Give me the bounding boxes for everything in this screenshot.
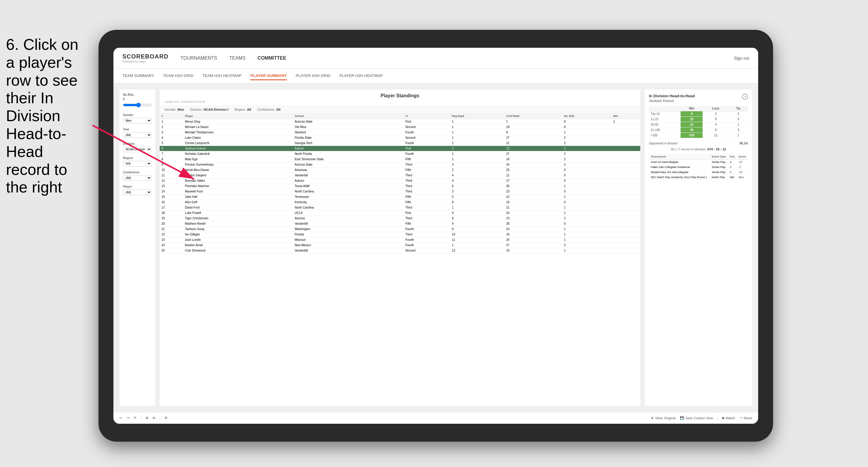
cell-reg: 8 [450, 199, 504, 205]
conference-select[interactable]: (All) [123, 175, 152, 181]
h2h-close-button[interactable]: ✕ [742, 94, 748, 100]
no-rds-slider[interactable] [123, 103, 152, 107]
h2h-cell-rank: 11-25 [649, 117, 681, 122]
table-row[interactable]: 21 Taehoon Song Washington Fourth 8 23 1 [160, 226, 640, 232]
cell-win [611, 130, 640, 135]
subnav-player-h2h-grid[interactable]: PLAYER H2H GRID [296, 72, 331, 80]
no-rds-label: No Rds. [123, 93, 152, 96]
cell-school: Florida [293, 232, 404, 237]
table-row[interactable]: 23 Jack Lundin Missouri Fourth 11 24 1 [160, 237, 640, 243]
subnav-player-h2h-heatmap[interactable]: PLAYER H2H HEATMAP [339, 72, 383, 80]
col-reg-rank: Reg Rank [450, 114, 504, 119]
cell-school: Arizona State [293, 162, 404, 167]
gender-select[interactable]: Men [123, 118, 152, 124]
table-row[interactable]: 4 Luke Claton Florida State Second 1 27 … [160, 135, 640, 141]
division-filter: Division NCAA Division I [123, 142, 152, 152]
cell-rds: 0 [562, 178, 612, 184]
cell-reg: 8 [450, 216, 504, 221]
watch-btn[interactable]: ▶ Watch [722, 416, 735, 420]
tourn-cell-name: Fallen Oak Collegiate Invitational [649, 165, 710, 170]
table-row[interactable]: 5 Christo Lamprecht Georgia Tech Fourth … [160, 141, 640, 146]
no-rds-value: 6 [123, 98, 152, 101]
cell-num: 22 [160, 232, 183, 237]
eye-icon: 👁 [651, 416, 654, 420]
cell-reg: 1 [450, 124, 504, 130]
redo-btn[interactable]: ↪ [127, 416, 129, 420]
table-row[interactable]: 2 Michael La Sasso Ole Miss Second 1 18 … [160, 124, 640, 130]
h2h-header: In Division Head-to-Head Jackson Koivun … [649, 94, 748, 103]
region-select[interactable]: N/A [123, 161, 152, 166]
cell-num: 17 [160, 205, 183, 210]
table-row[interactable]: 19 Tiger Christensen Arizona Third 8 23 … [160, 216, 640, 221]
table-row[interactable]: 14 Maxwell Ford North Carolina Third 3 2… [160, 189, 640, 194]
division-select[interactable]: NCAA Division I [123, 147, 152, 152]
cell-yr: Fifth [404, 194, 450, 199]
table-row[interactable]: 12 Brendan Valles Auburn Third 4 27 0 [160, 178, 640, 184]
cell-conf: 23 [504, 189, 562, 194]
table-row[interactable]: 15 Jake Hall Tennessee Fifth 5 22 1 [160, 194, 640, 199]
cell-conf: 18 [504, 124, 562, 130]
sign-out-link[interactable]: Sign out [734, 56, 749, 61]
cell-reg: 1 [450, 135, 504, 141]
region-filter: Region N/A [123, 156, 152, 166]
table-row[interactable]: 1 Wenyi Ding Arizona State First 1 1 8 1 [160, 119, 640, 124]
nav-teams[interactable]: TEAMS [229, 54, 246, 62]
paste-btn[interactable]: ⧉ [153, 416, 155, 420]
cell-player: Alex Goff [183, 199, 293, 205]
subnav-team-h2h-grid[interactable]: TEAM H2H GRID [163, 72, 193, 80]
table-row[interactable]: 17 David Ford North Carolina Third 1 21 … [160, 205, 640, 210]
cell-school: New Mexico [293, 243, 404, 248]
table-row[interactable]: 24 Bastien Amat New Mexico Fourth 1 27 2 [160, 243, 640, 248]
table-row[interactable]: 6 Jackson Koivun Auburn First 1 22 1 [160, 146, 640, 151]
subnav-team-h2h-heatmap[interactable]: TEAM H2H HEATMAP [203, 72, 242, 80]
player-select[interactable]: (All) [123, 189, 152, 195]
cell-player: Matthew Riedel [183, 221, 293, 226]
copy-btn[interactable]: ⊞ [146, 416, 148, 420]
undo-btn[interactable]: ↩ [119, 416, 122, 420]
settings-btn[interactable]: ⚙ [164, 416, 167, 420]
h2h-cell-loss: 6 [703, 127, 728, 133]
table-row[interactable]: 3 Michael Thorbjornsen Stanford Fourth 1… [160, 130, 640, 135]
cell-conf: 22 [504, 146, 562, 151]
view-original-btn[interactable]: 👁 View: Original [651, 416, 676, 420]
table-row[interactable]: 11 Gordon Sargent Vanderbilt Third 4 21 … [160, 173, 640, 178]
table-row[interactable]: 18 Luke Powell UCLA First 4 24 1 [160, 210, 640, 216]
nav-tournaments[interactable]: TOURNAMENTS [180, 54, 217, 62]
table-row[interactable]: 8 Mats Ege East Tennessee State Fifth 1 … [160, 157, 640, 162]
table-row[interactable]: 7 Nicholas Gabrelcik North Florida Fourt… [160, 151, 640, 157]
cell-win [611, 162, 640, 167]
h2h-cell-tie: 1 [728, 122, 748, 127]
table-row[interactable]: 13 Phichakn Maichon Texas A&M Third 6 30… [160, 184, 640, 189]
cell-player: Tiger Christensen [183, 216, 293, 221]
h2h-cell-tie: 2 [728, 111, 748, 117]
tournament-row: Amer Ari Intercollegiate Stroke Play 4 -… [649, 160, 748, 165]
save-custom-btn[interactable]: 💾 Save Custom View [680, 416, 713, 420]
cell-rds: 1 [562, 130, 612, 135]
cell-win [611, 124, 640, 130]
cell-conf: 27 [504, 243, 562, 248]
subnav-player-summary[interactable]: PLAYER SUMMARY [250, 72, 287, 80]
table-row[interactable]: 25 Cole Sherwood Vanderbilt Second 12 23… [160, 248, 640, 253]
cell-yr: Second [404, 124, 450, 130]
cell-player: Luke Claton [183, 135, 293, 141]
no-rds-filter: No Rds. 6 [123, 93, 152, 109]
cell-yr: Third [404, 205, 450, 210]
h2h-player: Jackson Koivun [649, 99, 695, 103]
redo2-btn[interactable]: ⟳ [134, 416, 136, 420]
year-filter: Year (All) [123, 128, 152, 138]
table-row[interactable]: 22 Ian Gilligan Florida Third 10 24 1 [160, 232, 640, 237]
cell-reg: 3 [450, 162, 504, 167]
table-row[interactable]: 10 Jacob Mou-Dewar Arkansas Fifth 2 25 0 [160, 167, 640, 173]
cell-win [611, 189, 640, 194]
share-btn[interactable]: ↗ Share [740, 416, 752, 420]
cell-yr: Third [404, 232, 450, 237]
subnav-team-summary[interactable]: TEAM SUMMARY [122, 72, 154, 80]
tourn-cell-pos: Win [728, 175, 737, 180]
tournament-row: Mirabel Maui Jim Intercollegiate Stroke … [649, 170, 748, 175]
table-row[interactable]: 16 Alex Goff Kentucky Fifth 8 19 0 [160, 199, 640, 205]
nav-committee[interactable]: COMMITTEE [257, 54, 286, 62]
tourn-cell-pos: 2 [728, 170, 737, 175]
table-row[interactable]: 20 Matthew Riedel Vanderbilt Fifth 4 28 … [160, 221, 640, 226]
table-row[interactable]: 9 Preston Summerhays Arizona State Third… [160, 162, 640, 167]
year-select[interactable]: (All) [123, 132, 152, 138]
